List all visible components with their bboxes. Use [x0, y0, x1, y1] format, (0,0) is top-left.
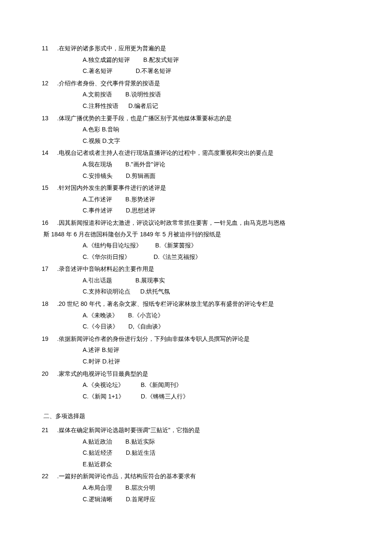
option-row: C.著名短评 D.不署名短评	[83, 65, 341, 77]
option-c: C.贴近经济	[83, 449, 112, 456]
stem-text: .电视台记者或者主持人在进行现场直播评论的过程中，需高度重视和突出的要点是	[55, 149, 274, 156]
options: A.色彩 B.音响 C.视频 D.文字	[55, 124, 341, 146]
option-d: D.贴近生活	[126, 449, 156, 456]
option-c: C.《华尔街日报》	[83, 253, 130, 260]
option-c: C.著名短评	[83, 67, 112, 74]
question-stem: 20 .家常式的电视评论节目最典型的是	[55, 368, 341, 380]
option-row: C.逻辑清晰 D.首尾呼应	[83, 494, 341, 505]
options: A.工作述评 B.形势述评 C.事件述评 D.思想述评	[55, 194, 341, 216]
option-row: A.引出话题 B.展现事实	[83, 275, 341, 286]
option-a: A.文前按语	[83, 91, 112, 98]
option-row: A.文前按语 B.说明性按语	[83, 89, 341, 100]
option-row: A.独立成篇的短评 B.配发式短评	[83, 54, 341, 66]
option-a: A.工作述评	[83, 196, 112, 203]
option-a: A.《纽约每日论坛报》	[83, 242, 142, 249]
option-b: B.贴近实际	[125, 438, 155, 445]
option-a: A.我在现场	[83, 161, 112, 168]
option-row: A.《央视论坛》 B.《新闻周刊》	[83, 379, 341, 391]
question-stem: 21 .媒体在确定新闻评论选题时要强调"三贴近"，它指的是	[55, 424, 341, 436]
stem-text: .录音述评中音响材料起的主要作用是	[55, 265, 154, 272]
option-c: C.支持和说明论点	[83, 288, 130, 295]
stem-text: .体现广播优势的主要手段，也是广播区别于其他媒体重要标志的是	[55, 115, 232, 122]
question-stem: 13 .体现广播优势的主要手段，也是广播区别于其他媒体重要标志的是	[55, 113, 341, 124]
option-c: C.《新闻 1+1》	[83, 393, 124, 400]
option-b: B.《小言论》	[128, 312, 164, 319]
option-d: D.剪辑画面	[126, 172, 156, 179]
option-b: B.《新莱茵报》	[155, 242, 196, 249]
question-stem: 17 .录音述评中音响材料起的主要作用是	[55, 263, 341, 275]
option-e: E.贴近群众	[83, 461, 112, 468]
option-d: D.《法兰克福报》	[153, 253, 201, 260]
option-a: A.布局合理	[83, 484, 112, 491]
option-c: C.《今日谈》	[83, 323, 118, 330]
option-row: A.贴近政治 B.贴近实际	[83, 436, 341, 447]
question-stem: 18 .20 世纪 80 年代，著名杂文家、报纸专栏评论家林放主笔的享有盛誉的评…	[55, 298, 341, 310]
option-cd: C.视频 D.文字	[83, 137, 120, 144]
option-row: A.色彩 B.音响	[83, 124, 341, 135]
option-d: D.不署名短评	[135, 67, 171, 74]
option-cd: C.时评 D.社评	[83, 358, 120, 365]
option-c: C.安排镜头	[83, 172, 112, 179]
question-stem: 14 .电视台记者或者主持人在进行现场直播评论的过程中，需高度重视和突出的要点是	[55, 147, 341, 159]
option-b: B.说明性按语	[125, 91, 161, 98]
option-a: A.《未晚谈》	[83, 312, 118, 319]
option-b: B.《新闻周刊》	[141, 381, 182, 388]
options: A.述评 B.短评 C.时评 D.社评	[55, 344, 341, 367]
option-a: A.贴近政治	[83, 438, 112, 445]
options: A.贴近政治 B.贴近实际 C.贴近经济 D.贴近生活 E.贴近群众	[55, 436, 341, 470]
question-16: 16 .因其新闻报道和评论太激进，评说议论时政常常抓住要害，一针见血，由马克思与…	[55, 217, 341, 262]
option-d: D.《锵锵三人行》	[141, 393, 189, 400]
option-row: C.注释性按语 D.编者后记	[83, 100, 341, 112]
options: A.独立成篇的短评 B.配发式短评 C.著名短评 D.不署名短评	[55, 54, 341, 77]
stem-text: .家常式的电视评论节目最典型的是	[55, 370, 148, 377]
question-18: 18 .20 世纪 80 年代，著名杂文家、报纸专栏评论家林放主笔的享有盛誉的评…	[55, 298, 341, 332]
stem-text: .媒体在确定新闻评论选题时要强调"三贴近"，它指的是	[55, 427, 200, 433]
option-row: C.支持和说明论点 D.烘托气氛	[83, 286, 341, 297]
option-row: A.《未晚谈》 B.《小言论》	[83, 310, 341, 321]
option-b: B.形势述评	[125, 196, 155, 203]
stem-text: .依据新闻评论作者的身份进行划分，下列由非媒体专职人员撰写的评论是	[55, 335, 250, 342]
question-17: 17 .录音述评中音响材料起的主要作用是 A.引出话题 B.展现事实 C.支持和…	[55, 263, 341, 297]
option-row: C.视频 D.文字	[83, 135, 341, 147]
option-b: B."画外音"评论	[125, 161, 165, 168]
question-stem: 11 .在短评的诸多形式中，应用更为普遍的是	[55, 43, 341, 54]
stem-continuation: 斯 1848 年 6 月在德国科隆创办又于 1849 年 5 月被迫停刊的报纸是	[43, 229, 341, 240]
question-12: 12 .介绍作者身份、交代事件背景的按语是 A.文前按语 B.说明性按语 C.注…	[55, 78, 341, 112]
options: A.布局合理 B.层次分明 C.逻辑清晰 D.首尾呼应	[55, 482, 341, 505]
option-row: C.事件述评 D.思想述评	[83, 205, 341, 216]
stem-text: .因其新闻报道和评论太激进，评说议论时政常常抓住要害，一针见血，由马克思与恩格	[55, 219, 285, 226]
question-stem: 16 .因其新闻报道和评论太激进，评说议论时政常常抓住要害，一针见血，由马克思与…	[55, 217, 341, 229]
option-ab: A.色彩 B.音响	[83, 126, 119, 133]
question-stem: 12 .介绍作者身份、交代事件背景的按语是	[55, 78, 341, 89]
options: A.我在现场 B."画外音"评论 C.安排镜头 D.剪辑画面	[55, 159, 341, 181]
question-15: 15 .针对国内外发生的重要事件进行的述评是 A.工作述评 B.形势述评 C.事…	[55, 182, 341, 216]
exam-page: 11 .在短评的诸多形式中，应用更为普遍的是 A.独立成篇的短评 B.配发式短评…	[0, 0, 392, 555]
options: A.《央视论坛》 B.《新闻周刊》 C.《新闻 1+1》 D.《锵锵三人行》	[55, 379, 341, 402]
option-row: C.贴近经济 D.贴近生活	[83, 447, 341, 459]
option-row: C.时评 D.社评	[83, 356, 341, 367]
option-row: A.我在现场 B."画外音"评论	[83, 159, 341, 170]
question-20: 20 .家常式的电视评论节目最典型的是 A.《央视论坛》 B.《新闻周刊》 C.…	[55, 368, 341, 402]
option-row: A.述评 B.短评	[83, 344, 341, 356]
option-d: D.烘托气氛	[140, 288, 170, 295]
options: A.引出话题 B.展现事实 C.支持和说明论点 D.烘托气氛	[55, 275, 341, 297]
option-row: C.安排镜头 D.剪辑画面	[83, 170, 341, 182]
option-d: D.编者后记	[128, 102, 158, 109]
question-stem: 15 .针对国内外发生的重要事件进行的述评是	[55, 182, 341, 194]
option-row: A.工作述评 B.形势述评	[83, 194, 341, 205]
options: A.《未晚谈》 B.《小言论》 C.《今日谈》 D,《自由谈》	[55, 310, 341, 332]
question-14: 14 .电视台记者或者主持人在进行现场直播评论的过程中，需高度重视和突出的要点是…	[55, 147, 341, 181]
stem-text: .一篇好的新闻评论作品，其结构应符合的基本要求有	[55, 473, 196, 479]
options: A.《纽约每日论坛报》 B.《新莱茵报》 C.《华尔街日报》 D.《法兰克福报》	[55, 240, 341, 262]
stem-text: .介绍作者身份、交代事件背景的按语是	[55, 80, 160, 87]
option-row: A.布局合理 B.层次分明	[83, 482, 341, 494]
stem-text: .针对国内外发生的重要事件进行的述评是	[55, 184, 166, 191]
question-21: 21 .媒体在确定新闻评论选题时要强调"三贴近"，它指的是 A.贴近政治 B.贴…	[55, 424, 341, 470]
option-a: A.《央视论坛》	[83, 381, 124, 388]
option-row: A.《纽约每日论坛报》 B.《新莱茵报》	[83, 240, 341, 251]
section-heading: 二、多项选择题	[43, 410, 341, 422]
option-a: A.引出话题	[83, 277, 112, 284]
question-11: 11 .在短评的诸多形式中，应用更为普遍的是 A.独立成篇的短评 B.配发式短评…	[55, 43, 341, 77]
option-d: D.首尾呼应	[126, 496, 156, 503]
option-ab: A.述评 B.短评	[83, 346, 119, 353]
